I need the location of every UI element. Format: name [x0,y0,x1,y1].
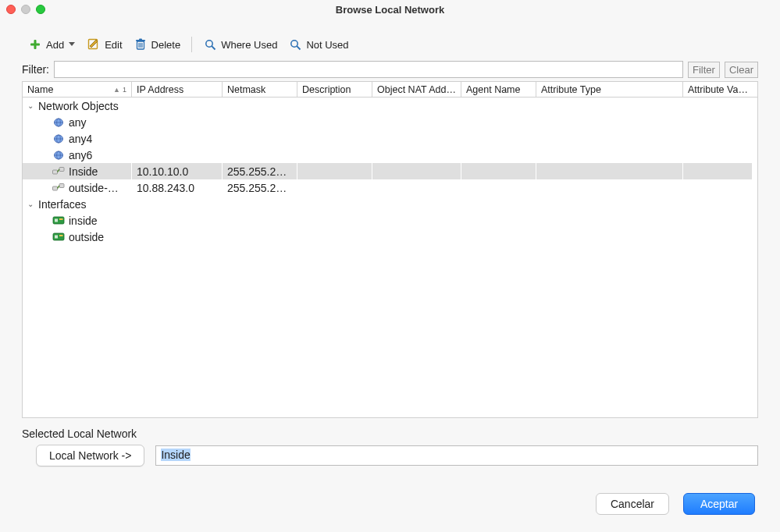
cell-nat [372,147,461,163]
col-ip[interactable]: IP Address [132,82,223,97]
cell-desc [297,212,372,229]
where-used-button[interactable]: Where Used [200,36,280,53]
cell-name: any [23,114,132,130]
svg-rect-22 [53,170,58,174]
col-name[interactable]: Name ▲ 1 [23,82,132,97]
cell-agent [461,163,536,179]
cell-ip [132,212,223,229]
cell-attr-type [536,163,683,179]
nic-icon [52,232,65,243]
table-body: ⌄Network Objectsanyany4any6Inside10.10.1… [23,98,757,245]
cell-netmask [223,147,297,163]
filter-label: Filter: [22,63,49,76]
cell-ip [132,130,223,147]
col-nat[interactable]: Object NAT Add… [372,82,461,97]
sort-asc-icon: ▲ [113,86,120,94]
svg-rect-31 [59,235,63,236]
cell-nat [372,114,461,130]
search-icon [288,37,302,51]
svg-rect-1 [30,44,40,46]
cell-nat [372,229,461,245]
accept-button[interactable]: Aceptar [683,493,755,515]
dialog-footer: Cancelar Aceptar [22,466,758,515]
cell-attr-val [683,179,752,196]
cell-attr-val [683,147,752,163]
cell-agent [461,114,536,130]
tree-group[interactable]: ⌄Interfaces [23,196,757,212]
table-row[interactable]: any [23,114,757,130]
network-table: Name ▲ 1 IP Address Netmask Description … [22,81,758,418]
svg-rect-24 [53,186,58,190]
add-button[interactable]: Add [25,36,79,53]
cell-attr-type [536,114,683,130]
cell-attr-type [536,212,683,229]
cell-ip [132,229,223,245]
clear-button[interactable]: Clear [725,62,758,78]
svg-rect-28 [59,218,63,220]
cell-attr-val [683,114,752,130]
cell-name: any4 [23,130,132,147]
svg-point-11 [291,40,297,46]
table-row[interactable]: outside-…10.88.243.0255.255.2… [23,179,757,196]
group-label: Interfaces [38,198,86,211]
cell-netmask: 255.255.2… [223,179,297,196]
col-attr-type[interactable]: Attribute Type [536,82,683,97]
cell-attr-type [536,179,683,196]
filter-input[interactable] [54,61,683,78]
row-name: Inside [69,165,98,178]
chevron-down-icon: ⌄ [27,101,35,110]
col-netmask[interactable]: Netmask [223,82,297,97]
edit-icon [87,37,101,51]
cell-ip [132,147,223,163]
cell-nat [372,212,461,229]
cell-agent [461,130,536,147]
col-attr-val[interactable]: Attribute Va… [683,82,752,97]
cell-ip: 10.88.243.0 [132,179,223,196]
col-agent[interactable]: Agent Name [461,82,536,97]
table-row[interactable]: any6 [23,147,757,163]
table-header: Name ▲ 1 IP Address Netmask Description … [23,82,757,98]
cell-netmask [223,212,297,229]
cell-agent [461,147,536,163]
cell-ip [132,114,223,130]
table-row[interactable]: Inside10.10.10.0255.255.2… [23,163,757,179]
globe-icon [52,133,65,144]
table-row[interactable]: outside [23,229,757,245]
cell-netmask: 255.255.2… [223,163,297,179]
svg-point-9 [205,40,212,46]
svg-rect-23 [59,168,64,172]
cell-nat [372,163,461,179]
cell-name: outside-… [23,179,132,196]
chevron-down-icon[interactable] [68,37,76,51]
cell-attr-type [536,229,683,245]
cell-ip: 10.10.10.0 [132,163,223,179]
local-network-button[interactable]: Local Network -> [36,445,144,466]
row-name: outside [69,231,104,243]
cell-desc [297,147,372,163]
table-row[interactable]: any4 [23,130,757,147]
selected-value-text: Inside [161,449,190,461]
cell-desc [297,130,372,147]
selected-value-field[interactable]: Inside [155,445,758,466]
not-used-button[interactable]: Not Used [285,36,351,53]
cell-name: inside [23,212,132,229]
filter-button[interactable]: Filter [688,62,720,78]
globe-icon [52,117,65,128]
svg-line-12 [297,46,300,49]
col-description[interactable]: Description [297,82,372,97]
row-name: any6 [69,149,92,161]
cell-attr-val [683,163,752,179]
tree-group[interactable]: ⌄Network Objects [23,98,757,114]
row-name: any4 [69,133,92,145]
table-row[interactable]: inside [23,212,757,229]
cell-netmask [223,229,297,245]
host-icon [52,166,65,177]
cancel-button[interactable]: Cancelar [596,493,669,515]
toolbar: Add Edit Delete Where Used [22,31,758,61]
cell-nat [372,179,461,196]
cell-desc [297,114,372,130]
globe-icon [52,150,65,161]
edit-label: Edit [105,39,122,51]
edit-button[interactable]: Edit [84,36,125,53]
delete-button[interactable]: Delete [130,36,184,53]
